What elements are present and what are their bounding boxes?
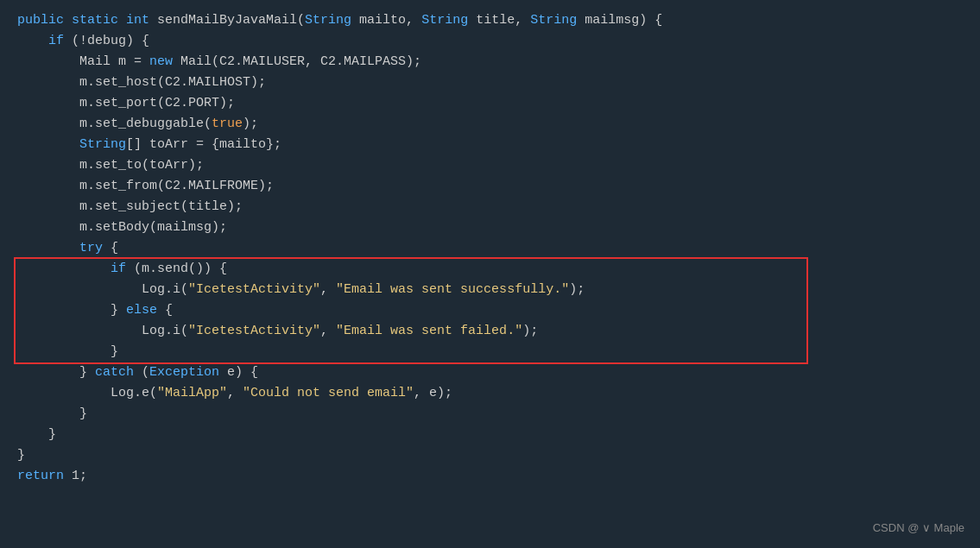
code-token: true [212,117,243,131]
code-block: public static int sendMailByJavaMail(Str… [0,0,980,504]
code-token: 1; [64,469,87,483]
code-line: public static int sendMailByJavaMail(Str… [17,10,963,31]
code-token: m.set_from(C2.MAILFROME); [17,179,274,193]
code-line: m.set_port(C2.PORT); [17,93,963,114]
code-token: public [17,13,72,28]
code-line: m.set_subject(title); [17,197,963,217]
code-token: try [79,241,103,255]
code-token: } [17,344,118,359]
code-token: m.setBody(mailmsg); [17,220,227,235]
code-token: ); [243,117,258,131]
code-token: "MailApp" [157,386,227,400]
code-token: Log.i( [17,282,188,297]
code-line: m.set_host(C2.MAILHOST); [17,72,963,93]
code-token [17,34,48,48]
code-token: m.set_subject(title); [17,199,243,214]
code-token: ( [297,13,305,28]
code-token: new [149,54,173,69]
code-token: String [79,137,126,152]
code-line: } [17,445,963,466]
code-token: m.set_host(C2.MAILHOST); [17,75,266,90]
code-token: m.set_to(toArr); [17,158,204,173]
code-token [17,261,111,276]
code-line: if (m.send()) { [17,259,963,280]
code-token: Mail m = [17,54,149,69]
code-token: title, [468,13,530,28]
code-token: [] toArr = {mailto}; [126,137,281,152]
code-token: ); [569,282,585,297]
code-token: "IcetestActivity" [188,282,320,297]
code-token: } [17,303,126,318]
code-line: Mail m = new Mail(C2.MAILUSER, C2.MAILPA… [17,52,963,72]
code-token: , e); [414,386,452,400]
code-line: Log.i("IcetestActivity", "Email was sent… [17,321,963,342]
code-line: Log.i("IcetestActivity", "Email was sent… [17,280,963,300]
code-token: ( [134,365,149,380]
code-line: m.set_debuggable(true); [17,114,963,135]
code-line: m.set_from(C2.MAILFROME); [17,176,963,197]
code-token: "Could not send email" [243,386,414,400]
code-token: if [111,261,126,276]
code-token: static [72,13,126,28]
code-token: } [17,365,95,380]
code-token [17,137,79,152]
code-token [17,241,79,255]
code-token: String [421,13,468,28]
code-token: { [157,303,173,318]
code-token: "Email was sent successfully." [336,282,569,297]
code-token: Mail(C2.MAILUSER, C2.MAILPASS); [173,54,421,69]
code-token: e) { [219,365,258,380]
code-line: m.setBody(mailmsg); [17,217,963,238]
code-token: { [103,241,118,255]
code-token: mailto, [351,13,421,28]
code-line: } [17,342,963,362]
code-token: "IcetestActivity" [188,324,320,338]
code-token: , [320,282,336,297]
code-line: Log.e("MailApp", "Could not send email",… [17,383,963,404]
code-token: "Email was sent failed." [336,324,522,338]
code-line: } [17,425,963,445]
code-token: String [305,13,351,28]
code-token: } [17,448,25,463]
code-token: Log.i( [17,324,188,338]
code-line: } else { [17,300,963,321]
code-token: m.set_port(C2.PORT); [17,96,235,110]
code-token: Exception [149,365,219,380]
code-line: String[] toArr = {mailto}; [17,135,963,155]
code-line: return 1; [17,466,963,487]
code-token: sendMailByJavaMail [157,13,297,28]
code-token: } [17,427,56,442]
code-token: int [126,13,157,28]
code-token: ); [522,324,538,338]
code-token: , [227,386,243,400]
code-token: (!debug) { [64,34,149,48]
code-line: try { [17,238,963,259]
code-token: , [320,324,336,338]
code-line: } [17,404,963,425]
code-token: return [17,469,64,483]
code-token: String [530,13,577,28]
code-token: mailmsg) { [577,13,662,28]
code-token: catch [95,365,134,380]
code-line: if (!debug) { [17,31,963,52]
watermark: CSDN @ ∨ Maple [873,520,964,538]
code-token: (m.send()) { [126,261,227,276]
code-line: } catch (Exception e) { [17,362,963,383]
code-token: else [126,303,157,318]
code-token: } [17,406,87,421]
code-token: if [48,34,64,48]
code-token: Log.e( [17,386,157,400]
code-line: m.set_to(toArr); [17,155,963,176]
code-token: m.set_debuggable( [17,117,212,131]
